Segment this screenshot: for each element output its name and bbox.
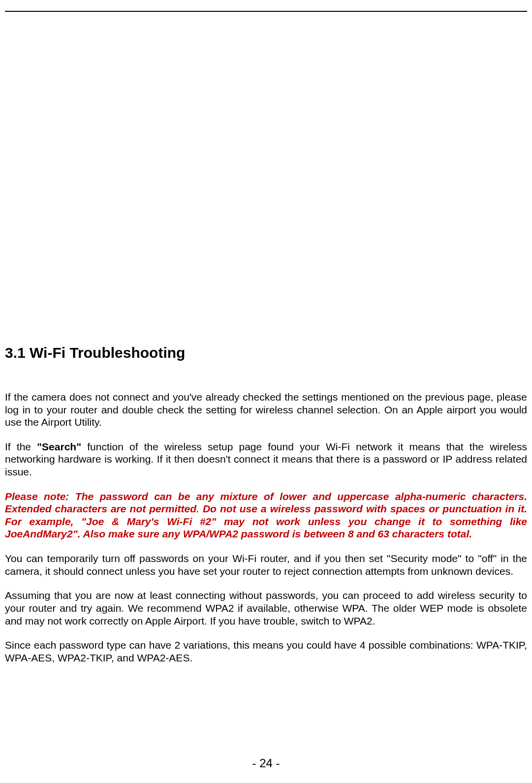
paragraph-2-part-c: function of the wireless setup page foun…: [5, 441, 527, 477]
paragraph-1: If the camera does not connect and you'v…: [5, 391, 527, 429]
paragraph-3: You can temporarily turn off passwords o…: [5, 552, 527, 577]
paragraph-5: Since each password type can have 2 vari…: [5, 639, 527, 664]
document-page: 3.1 Wi-Fi Troubleshooting If the camera …: [0, 0, 532, 783]
section-heading: 3.1 Wi-Fi Troubleshooting: [5, 345, 527, 361]
page-content: 3.1 Wi-Fi Troubleshooting If the camera …: [5, 345, 527, 676]
page-number-footer: - 24 -: [0, 756, 532, 770]
paragraph-2: If the "Search" function of the wireless…: [5, 440, 527, 478]
search-bold-text: "Search": [37, 441, 81, 452]
paragraph-4: Assuming that you are now at least conne…: [5, 589, 527, 627]
note-paragraph: Please note: The password can be any mix…: [5, 490, 527, 540]
paragraph-2-part-a: If the: [5, 441, 37, 452]
note-dot: .: [196, 503, 203, 514]
top-horizontal-rule: [5, 11, 527, 12]
